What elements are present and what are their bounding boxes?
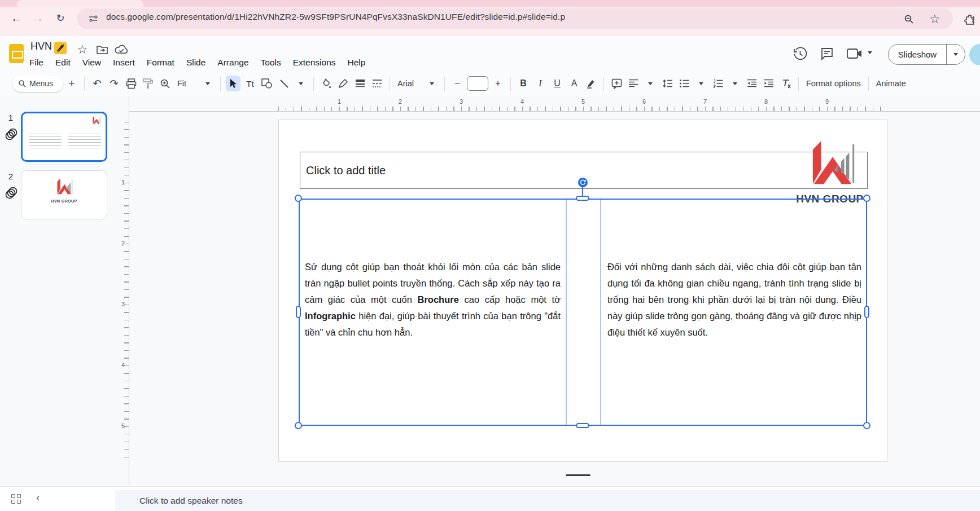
border-dash-icon[interactable]	[370, 76, 384, 91]
resize-handle-top-right[interactable]	[863, 195, 870, 202]
underline-button[interactable]: U	[550, 76, 565, 91]
app-header: HVN ☆ FileEditViewInsertFormatSlideArran…	[0, 36, 980, 71]
border-color-icon[interactable]	[336, 76, 351, 91]
speaker-notes-placeholder: Click to add speaker notes	[139, 496, 243, 506]
url-text[interactable]: docs.google.com/presentation/d/1Hi22hVNh…	[106, 12, 565, 22]
format-options-button[interactable]: Format options	[804, 76, 863, 91]
undo-icon[interactable]: ↶	[90, 76, 104, 91]
collapse-filmstrip-icon[interactable]: ‹	[36, 491, 40, 504]
bulleted-list-caret-icon[interactable]	[694, 76, 708, 91]
right-column-text[interactable]: Đối với những danh sách dài, việc chia đ…	[607, 259, 861, 341]
highlight-color-icon[interactable]	[584, 76, 598, 91]
toolbar: Menus + ↶ ↷ Fit Tt	[0, 71, 980, 96]
increase-font-size-icon[interactable]: +	[491, 76, 505, 91]
site-info-icon[interactable]	[88, 14, 98, 24]
border-weight-icon[interactable]	[353, 76, 368, 91]
resize-handle-right[interactable]	[864, 306, 869, 318]
shape-tool[interactable]	[260, 76, 274, 91]
slideshow-dropdown-caret-icon[interactable]	[947, 45, 965, 64]
slides-app-icon[interactable]	[9, 44, 24, 63]
resize-handle-bottom-left[interactable]	[295, 422, 302, 429]
extensions-puzzle-icon[interactable]	[963, 12, 977, 26]
redo-icon[interactable]: ↷	[107, 76, 121, 91]
zoom-fit-caret-icon[interactable]	[200, 76, 215, 91]
avatar[interactable]	[969, 44, 980, 65]
select-tool[interactable]	[226, 76, 240, 91]
font-family-dropdown[interactable]: Arial	[395, 76, 422, 91]
font-size-input[interactable]	[467, 76, 488, 91]
slideshow-button[interactable]: Slideshow	[889, 45, 946, 64]
menu-view[interactable]: View	[82, 58, 101, 68]
rotation-handle[interactable]	[578, 178, 588, 187]
meet-camera-icon[interactable]	[847, 48, 863, 59]
bulleted-list-icon[interactable]	[677, 76, 692, 91]
line-tool-caret-icon[interactable]	[294, 76, 308, 91]
page-zoom-icon[interactable]	[902, 12, 916, 26]
menu-file[interactable]: File	[29, 58, 43, 68]
browser-active-tab[interactable]	[17, 0, 143, 7]
speaker-notes-area[interactable]: Click to add speaker notes	[115, 490, 980, 511]
line-tool[interactable]	[277, 76, 291, 91]
bold-button[interactable]: B	[516, 76, 531, 91]
clear-formatting-icon[interactable]	[778, 76, 793, 91]
back-icon[interactable]: ←	[8, 10, 25, 27]
horizontal-ruler-ticks	[278, 107, 888, 111]
grid-view-icon[interactable]	[11, 494, 21, 504]
hvn-logo-icon[interactable]	[806, 139, 861, 188]
star-document-icon[interactable]: ☆	[76, 43, 89, 56]
menu-slide[interactable]: Slide	[186, 58, 205, 68]
decrease-font-size-icon[interactable]: −	[450, 76, 465, 91]
menu-tools[interactable]: Tools	[261, 58, 281, 68]
slide-thumbnail-2[interactable]: HVN GROUP	[21, 170, 107, 219]
slide-transition-icon[interactable]	[5, 186, 18, 200]
font-family-caret-icon[interactable]	[425, 76, 439, 91]
fill-color-icon[interactable]	[319, 76, 334, 91]
toolbar-divider	[510, 77, 511, 91]
menu-insert[interactable]: Insert	[113, 58, 135, 68]
menus-search-button[interactable]: Menus	[12, 76, 63, 92]
menu-edit[interactable]: Edit	[55, 58, 71, 68]
comments-icon[interactable]	[820, 46, 834, 61]
resize-handle-bottom-right[interactable]	[863, 422, 870, 429]
increase-indent-icon[interactable]	[762, 76, 776, 91]
resize-handle-top-left[interactable]	[295, 195, 302, 202]
cloud-save-status-icon[interactable]	[114, 44, 129, 55]
resize-handle-bottom[interactable]	[576, 423, 589, 428]
new-slide-plus-icon[interactable]: +	[64, 76, 79, 91]
toolbar-divider	[868, 77, 869, 91]
line-spacing-icon[interactable]	[660, 76, 675, 91]
resize-handle-left[interactable]	[296, 306, 301, 318]
align-icon[interactable]	[626, 76, 641, 91]
text-box-tool[interactable]: Tt	[243, 76, 257, 91]
numbered-list-caret-icon[interactable]	[728, 76, 742, 91]
yellow-extension-badge-icon[interactable]	[54, 42, 67, 54]
zoom-in-icon[interactable]	[158, 76, 172, 91]
slide-transition-icon[interactable]	[5, 127, 18, 141]
slide-thumbnail-1[interactable]	[21, 112, 107, 162]
resize-handle-top[interactable]	[576, 196, 589, 201]
menu-arrange[interactable]: Arrange	[217, 58, 248, 68]
document-title[interactable]: HVN	[30, 41, 52, 52]
move-folder-icon[interactable]	[96, 44, 108, 55]
animate-button[interactable]: Animate	[874, 76, 908, 91]
menu-help[interactable]: Help	[348, 58, 366, 68]
menu-extensions[interactable]: Extensions	[293, 58, 336, 68]
version-history-icon[interactable]	[793, 46, 808, 61]
left-column-text[interactable]: Sử dụng cột giúp bạn thoát khỏi lối mòn …	[305, 259, 561, 341]
forward-icon[interactable]: →	[29, 10, 46, 27]
vertical-ruler-number: 2	[117, 240, 125, 246]
zoom-fit-dropdown[interactable]: Fit	[174, 76, 189, 91]
notes-resize-handle[interactable]	[566, 474, 590, 476]
text-color-button[interactable]: A	[567, 76, 581, 91]
menu-format[interactable]: Format	[147, 58, 174, 68]
italic-button[interactable]: I	[533, 76, 548, 91]
paint-format-icon[interactable]	[141, 76, 155, 91]
numbered-list-icon[interactable]	[711, 76, 725, 91]
print-icon[interactable]	[124, 76, 138, 91]
camera-dropdown-caret-icon[interactable]	[868, 51, 872, 54]
bookmark-star-icon[interactable]: ☆	[928, 12, 942, 26]
reload-icon[interactable]: ↻	[52, 10, 69, 27]
align-caret-icon[interactable]	[643, 76, 658, 91]
insert-comment-icon[interactable]	[609, 76, 624, 91]
decrease-indent-icon[interactable]	[745, 76, 759, 91]
